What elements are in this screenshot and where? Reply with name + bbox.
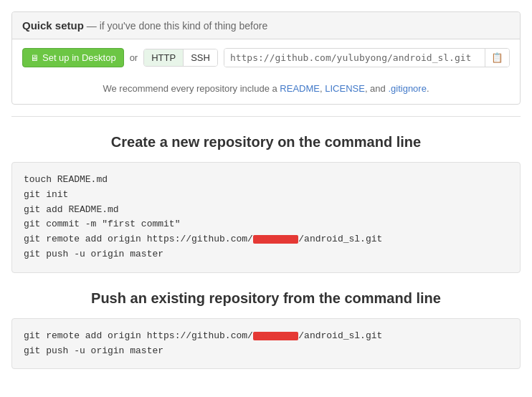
quick-setup-title: Quick setup: [22, 19, 84, 32]
code-line-1: touch README.md: [24, 173, 508, 188]
quick-setup-header: Quick setup — if you've done this kind o…: [12, 12, 520, 39]
protocol-group: HTTP SSH: [143, 49, 218, 67]
new-repo-title: Create a new repository on the command l…: [11, 134, 521, 150]
setup-desktop-button[interactable]: 🖥 Set up in Desktop: [22, 48, 124, 67]
gitignore-link[interactable]: .gitignore: [388, 83, 426, 94]
code-line-4: git commit -m "first commit": [24, 217, 508, 232]
ssh-button[interactable]: SSH: [184, 49, 217, 66]
existing-code-line-2: git push -u origin master: [24, 344, 508, 359]
code-line-6: git push -u origin master: [24, 247, 508, 262]
repo-url-input[interactable]: [224, 49, 485, 67]
url-input-group: 📋: [224, 48, 510, 67]
existing-repo-title: Push an existing repository from the com…: [11, 290, 521, 307]
readme-link[interactable]: README: [280, 83, 320, 94]
section-divider: [11, 116, 521, 117]
quick-setup-subtitle: — if you've done this kind of thing befo…: [87, 20, 268, 32]
code-line-3: git add README.md: [24, 203, 508, 218]
copy-url-button[interactable]: 📋: [485, 49, 509, 67]
code-line-2: git init: [24, 188, 508, 203]
new-repo-code-block: touch README.md git init git add README.…: [11, 162, 521, 273]
desktop-button-label: Set up in Desktop: [42, 52, 116, 63]
quick-setup-body: 🖥 Set up in Desktop or HTTP SSH 📋: [12, 39, 520, 76]
existing-repo-code-block: git remote add origin https://github.com…: [11, 318, 521, 370]
desktop-icon: 🖥: [30, 53, 39, 63]
license-link[interactable]: LICENSE: [325, 83, 365, 94]
or-text: or: [130, 52, 138, 63]
quick-setup-section: Quick setup — if you've done this kind o…: [11, 11, 521, 105]
code-line-5: git remote add origin https://github.com…: [24, 232, 508, 247]
recommendation-text: We recommend every repository include a …: [12, 76, 520, 104]
copy-icon: 📋: [491, 52, 503, 63]
http-button[interactable]: HTTP: [144, 49, 184, 66]
existing-code-line-1: git remote add origin https://github.com…: [24, 329, 508, 344]
